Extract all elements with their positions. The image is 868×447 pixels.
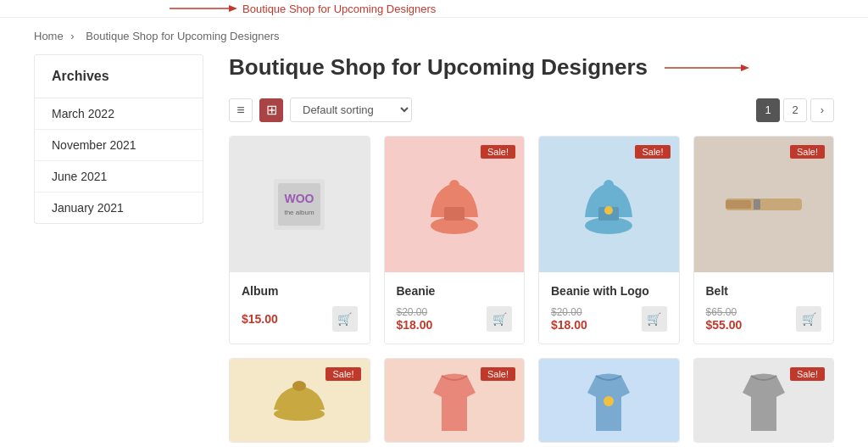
sale-badge-beanie-logo: Sale! — [635, 145, 670, 159]
svg-text:WOO: WOO — [285, 192, 314, 205]
top-bar-title: Boutique Shop for Upcoming Designers — [242, 3, 436, 15]
svg-marker-1 — [229, 5, 237, 12]
product-image-album: WOO the album — [230, 137, 370, 272]
product-card-album: WOO the album Album $15.00 🛒 — [229, 136, 370, 344]
product-original-price-beanie-logo: $20.00 — [551, 306, 587, 318]
product-card-hoodie-gray: Sale! — [693, 358, 835, 443]
product-price-row-beanie: $20.00 $18.00 🛒 — [397, 306, 513, 332]
cap-image — [265, 376, 333, 427]
product-price-row-belt: $65.00 $55.00 🛒 — [706, 306, 822, 332]
content-area: Boutique Shop for Upcoming Designers ≡ ⊞… — [229, 54, 834, 443]
beanie-logo-image — [575, 166, 643, 243]
product-image-belt: Sale! — [694, 137, 834, 272]
page-2-button[interactable]: 2 — [783, 98, 807, 122]
product-prices-beanie: $20.00 $18.00 — [397, 306, 433, 332]
product-sale-price-beanie-logo: $18.00 — [551, 318, 587, 332]
sidebar-item-jan2021[interactable]: January 2021 — [35, 193, 203, 223]
add-to-cart-beanie[interactable]: 🛒 — [487, 306, 512, 332]
product-image-beanie-logo: Sale! — [539, 137, 679, 272]
breadcrumb-home[interactable]: Home — [34, 30, 64, 42]
add-to-cart-beanie-logo[interactable]: 🛒 — [642, 306, 667, 332]
svg-text:the album: the album — [285, 209, 314, 216]
svg-point-14 — [604, 206, 613, 215]
album-image: WOO the album — [265, 170, 333, 238]
product-info-belt: Belt $65.00 $55.00 🛒 — [694, 272, 834, 344]
product-name-beanie: Beanie — [397, 284, 513, 298]
sidebar-item-nov2021[interactable]: November 2021 — [35, 130, 203, 161]
product-price-row-album: $15.00 🛒 — [242, 306, 358, 332]
product-info-album: Album $15.00 🛒 — [230, 272, 370, 344]
svg-rect-9 — [444, 207, 465, 221]
sidebar-item-june2021[interactable]: June 2021 — [35, 161, 203, 193]
breadcrumb-current: Boutique Shop for Upcoming Designers — [86, 30, 279, 42]
main-layout: Archives March 2022 November 2021 June 2… — [0, 54, 868, 447]
sale-badge-cap: Sale! — [326, 367, 360, 381]
product-card-beanie-logo: Sale! Beanie with Logo $20.00 $18 — [538, 136, 680, 344]
sale-badge-hoodie-gray: Sale! — [790, 367, 825, 381]
product-card-hoodie-blue — [538, 358, 680, 443]
sort-select[interactable]: Default sorting Sort by popularity Sort … — [290, 98, 412, 122]
hoodie-pink-image — [425, 367, 484, 435]
sale-badge-hoodie-pink: Sale! — [481, 367, 515, 381]
product-image-hoodie-pink: Sale! — [385, 359, 525, 443]
breadcrumb-separator: › — [70, 30, 77, 42]
product-card-belt: Sale! Belt $65.00 $55.00 🛒 — [693, 136, 835, 344]
product-card-hoodie-pink: Sale! — [384, 358, 526, 443]
toolbar-left: ≡ ⊞ Default sorting Sort by popularity S… — [229, 98, 412, 122]
arrow-icon — [170, 2, 237, 15]
svg-rect-17 — [754, 199, 760, 210]
product-original-price-beanie: $20.00 — [397, 306, 433, 318]
top-bar-arrow: Boutique Shop for Upcoming Designers — [170, 2, 436, 15]
product-original-price-belt: $65.00 — [706, 306, 743, 318]
breadcrumb: Home › Boutique Shop for Upcoming Design… — [0, 18, 868, 54]
product-card-beanie: Sale! Beanie $20.00 $18.00 — [384, 136, 526, 344]
sidebar: Archives March 2022 November 2021 June 2… — [34, 54, 203, 443]
sidebar-box: Archives March 2022 November 2021 June 2… — [34, 54, 203, 224]
page-1-button[interactable]: 1 — [756, 98, 780, 122]
product-sale-price-beanie: $18.00 — [397, 318, 433, 332]
product-grid-row2: Sale! Sale! — [229, 358, 834, 443]
product-grid: WOO the album Album $15.00 🛒 Sale! — [229, 136, 834, 344]
title-arrow-icon — [665, 61, 749, 75]
svg-point-20 — [604, 396, 614, 406]
grid-view-button[interactable]: ⊞ — [259, 98, 283, 122]
svg-point-10 — [449, 180, 459, 190]
product-info-beanie: Beanie $20.00 $18.00 🛒 — [385, 272, 525, 344]
sidebar-item-march2022[interactable]: March 2022 — [35, 98, 203, 130]
product-image-hoodie-blue — [539, 359, 679, 443]
hoodie-gray-image — [734, 367, 793, 435]
sidebar-heading: Archives — [35, 55, 203, 98]
list-view-button[interactable]: ≡ — [229, 98, 253, 122]
product-image-beanie: Sale! — [385, 137, 525, 272]
product-name-album: Album — [242, 284, 358, 298]
sale-badge-belt: Sale! — [790, 145, 825, 159]
product-image-hoodie-gray: Sale! — [694, 359, 834, 443]
title-arrow — [665, 61, 749, 75]
product-prices-belt: $65.00 $55.00 — [706, 306, 743, 332]
top-bar: Boutique Shop for Upcoming Designers — [0, 0, 868, 18]
page-next-button[interactable]: › — [810, 98, 834, 122]
toolbar: ≡ ⊞ Default sorting Sort by popularity S… — [229, 98, 834, 122]
page-title: Boutique Shop for Upcoming Designers — [229, 54, 648, 81]
svg-point-13 — [604, 180, 614, 190]
hoodie-blue-image — [579, 367, 638, 435]
add-to-cart-album[interactable]: 🛒 — [332, 306, 358, 332]
belt-image — [721, 183, 806, 226]
page-title-row: Boutique Shop for Upcoming Designers — [229, 54, 834, 81]
svg-point-19 — [292, 381, 306, 391]
product-card-cap: Sale! — [229, 358, 370, 443]
product-sale-price-belt: $55.00 — [706, 318, 743, 332]
product-price-row-beanie-logo: $20.00 $18.00 🛒 — [551, 306, 667, 332]
add-to-cart-belt[interactable]: 🛒 — [796, 306, 821, 332]
product-image-cap: Sale! — [230, 359, 370, 443]
product-info-beanie-logo: Beanie with Logo $20.00 $18.00 🛒 — [539, 272, 679, 344]
svg-marker-3 — [741, 64, 749, 71]
product-name-belt: Belt — [706, 284, 822, 298]
product-price-album: $15.00 — [242, 312, 278, 326]
product-prices-beanie-logo: $20.00 $18.00 — [551, 306, 587, 332]
product-name-beanie-logo: Beanie with Logo — [551, 284, 667, 298]
svg-rect-16 — [726, 200, 751, 209]
toolbar-right: 1 2 › — [756, 98, 834, 122]
beanie-image — [420, 166, 488, 243]
sale-badge-beanie: Sale! — [481, 145, 515, 159]
